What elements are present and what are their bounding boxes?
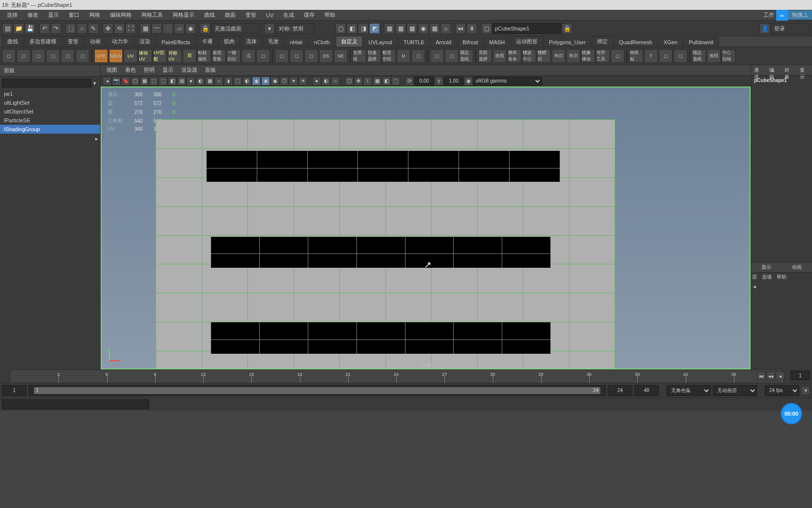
user-icon[interactable]: 👤 bbox=[759, 23, 770, 34]
panel-menu-照明[interactable]: 照明 bbox=[140, 66, 159, 74]
shelf-button-37[interactable]: 布尔 bbox=[567, 49, 580, 63]
shelf-tab-PaintEffects[interactable]: PaintEffects bbox=[156, 37, 196, 47]
playback-back-icon[interactable]: ⏮ bbox=[455, 23, 466, 34]
shelf-button-35[interactable]: 螺帽归 bbox=[537, 49, 551, 63]
menu-网格显示[interactable]: 网格显示 bbox=[168, 11, 199, 19]
shelf-button-7[interactable]: NSUV bbox=[109, 49, 123, 63]
show-manipulator-icon[interactable]: ✥ bbox=[354, 77, 363, 85]
shelf-tab-XGen[interactable]: XGen bbox=[658, 37, 683, 47]
symmetry-dropdown-arrow[interactable]: ▾ bbox=[264, 23, 275, 34]
render-settings-icon[interactable]: ▦ bbox=[406, 23, 417, 34]
show-icon-4[interactable]: ✦ bbox=[289, 77, 298, 85]
shelf-button-0[interactable]: ▢ bbox=[2, 49, 16, 63]
shelf-button-4[interactable]: ▢ bbox=[61, 49, 75, 63]
scale-tool-icon[interactable]: ⛶ bbox=[125, 23, 136, 34]
shelf-tab-TURTLE[interactable]: TURTLE bbox=[398, 37, 430, 47]
menu-帮助[interactable]: 帮助 bbox=[320, 11, 340, 19]
menu-网格工具[interactable]: 网格工具 bbox=[136, 11, 168, 19]
shelf-tab-毛发[interactable]: 毛发 bbox=[263, 36, 284, 47]
shelf-button-28[interactable]: ▢ bbox=[430, 49, 444, 63]
outliner-item-lShadingGroup[interactable]: lShadingGroup bbox=[0, 125, 100, 134]
shelf-tab-QuadRemesh[interactable]: QuadRemesh bbox=[614, 37, 658, 47]
time-slider[interactable]: 36912151821242730333639424548 ⏮ ◂◂ ◂ bbox=[0, 369, 812, 383]
shelf-button-29[interactable]: ▢ bbox=[445, 49, 459, 63]
show-rect-icon[interactable]: ◧ bbox=[382, 77, 391, 85]
shelf-button-33[interactable]: 脚本命令 bbox=[508, 49, 521, 63]
menu-选择[interactable]: 选择 bbox=[2, 11, 23, 19]
shelf-tab-UVLayout[interactable]: UVLayout bbox=[363, 37, 398, 47]
menu-修改[interactable]: 修改 bbox=[23, 11, 43, 19]
fps-dropdown[interactable]: 24 fps bbox=[765, 385, 799, 396]
shelf-tab-多边形建模[interactable]: 多边形建模 bbox=[24, 36, 62, 47]
use-all-lights-icon[interactable]: ☼ bbox=[215, 77, 223, 85]
object-name-field[interactable] bbox=[492, 23, 561, 34]
shelf-button-32[interactable]: 改组 bbox=[493, 49, 507, 63]
anim-end-field[interactable] bbox=[634, 385, 659, 396]
layer-option-帮助[interactable]: 帮助 bbox=[777, 274, 786, 281]
shelf-button-40[interactable]: ▢ bbox=[611, 49, 624, 63]
menu-网格[interactable]: 网格 bbox=[84, 11, 105, 19]
open-scene-icon[interactable]: 📁 bbox=[13, 23, 24, 34]
autokey-icon[interactable]: ▾ bbox=[801, 386, 810, 395]
shelf-button-14[interactable]: 改组变换 bbox=[212, 49, 226, 63]
menu-编辑网格[interactable]: 编辑网格 bbox=[105, 11, 136, 19]
redo-icon[interactable]: ↷ bbox=[51, 23, 61, 34]
panel-menu-面板[interactable]: 面板 bbox=[201, 66, 220, 74]
show-sphere-icon[interactable]: ● bbox=[312, 77, 321, 85]
shelf-tab-曲线[interactable]: 曲线 bbox=[2, 36, 24, 47]
login-dropdown[interactable]: 登录 bbox=[771, 23, 810, 34]
wireframe-icon[interactable]: ▤ bbox=[177, 77, 186, 85]
panel-menu-渲染器[interactable]: 渲染器 bbox=[177, 66, 201, 74]
show-icon-5[interactable]: ☀ bbox=[298, 77, 307, 85]
shelf-tab-nCloth[interactable]: nCloth bbox=[309, 37, 335, 47]
shelf-button-45[interactable]: 隔边选线 bbox=[692, 49, 706, 63]
workspace-cloud-icon[interactable]: ∞ bbox=[776, 10, 788, 21]
menu-缓存[interactable]: 缓存 bbox=[299, 11, 320, 19]
range-slider[interactable]: 1 24 bbox=[28, 385, 606, 396]
render-icon-3[interactable]: ◨ bbox=[358, 23, 369, 34]
shelf-button-1[interactable]: ▢ bbox=[17, 49, 30, 63]
show-cube-icon[interactable]: ▢ bbox=[345, 77, 353, 85]
menu-窗口[interactable]: 窗口 bbox=[64, 11, 84, 19]
shelf-tab-Bifrost[interactable]: Bifrost bbox=[457, 37, 483, 47]
menu-变形[interactable]: 变形 bbox=[241, 11, 261, 19]
outliner-item-lParticleSE[interactable]: lParticleSE bbox=[0, 116, 100, 125]
snap-curve-icon[interactable]: 〰 bbox=[151, 23, 162, 34]
layer-option-层[interactable]: 层 bbox=[752, 274, 757, 281]
step-back-key-icon[interactable]: ◂◂ bbox=[766, 371, 775, 380]
shelf-button-10[interactable]: UV匹配 bbox=[153, 49, 167, 63]
panel-layout-icon[interactable]: ▢ bbox=[481, 23, 492, 34]
xray-joints-icon[interactable]: ◉ bbox=[252, 77, 261, 85]
snap-plane-icon[interactable]: ▱ bbox=[174, 23, 185, 34]
shelf-button-30[interactable]: 隔边选线 bbox=[460, 49, 473, 63]
shelf-button-34[interactable]: 螺旋中心 bbox=[522, 49, 536, 63]
shelf-tab-nHair[interactable]: nHair bbox=[285, 37, 308, 47]
paint-tool-icon[interactable]: ✎ bbox=[88, 23, 99, 34]
show-circle-icon[interactable]: ○ bbox=[331, 77, 340, 85]
ipr-icon[interactable]: ▦ bbox=[395, 23, 406, 34]
isolate-icon[interactable]: ⬚ bbox=[233, 77, 242, 85]
shelf-button-5[interactable]: ▢ bbox=[76, 49, 89, 63]
outliner-scroll-icon[interactable]: ▸ bbox=[95, 136, 98, 141]
xray-icon[interactable]: ◐ bbox=[243, 77, 251, 85]
live-surface-dropdown[interactable]: 无激活曲面 bbox=[211, 23, 260, 34]
save-scene-icon[interactable]: 💾 bbox=[25, 23, 35, 34]
outliner-filter-dropdown-icon[interactable]: ▾ bbox=[91, 80, 98, 86]
shelf-button-6[interactable]: UTE bbox=[94, 49, 108, 63]
shelf-button-27[interactable]: ▢ bbox=[411, 49, 425, 63]
show-rect2-icon[interactable]: ⬚ bbox=[391, 77, 400, 85]
shelf-button-47[interactable]: 中心归纳 bbox=[722, 49, 735, 63]
layer-tab-动画[interactable]: 动画 bbox=[782, 262, 812, 272]
menu-生成[interactable]: 生成 bbox=[278, 11, 299, 19]
shelf-button-8[interactable]: UV bbox=[124, 49, 137, 63]
shelf-tab-自定义[interactable]: 自定义 bbox=[336, 36, 363, 47]
menu-曲线[interactable]: 曲线 bbox=[199, 11, 220, 19]
snap-live-icon[interactable]: ◉ bbox=[185, 23, 196, 34]
shelf-tab-动画[interactable]: 动画 bbox=[84, 36, 106, 47]
shelf-button-19[interactable]: ▢ bbox=[290, 49, 303, 63]
channel-tab-通道[interactable]: 通道 bbox=[751, 65, 766, 75]
shelf-tab-Arnold[interactable]: Arnold bbox=[431, 37, 457, 47]
shelf-tab-流体[interactable]: 流体 bbox=[241, 36, 262, 47]
shelf-button-36[interactable]: 布尔 bbox=[552, 49, 566, 63]
gamma-field[interactable] bbox=[444, 77, 463, 85]
